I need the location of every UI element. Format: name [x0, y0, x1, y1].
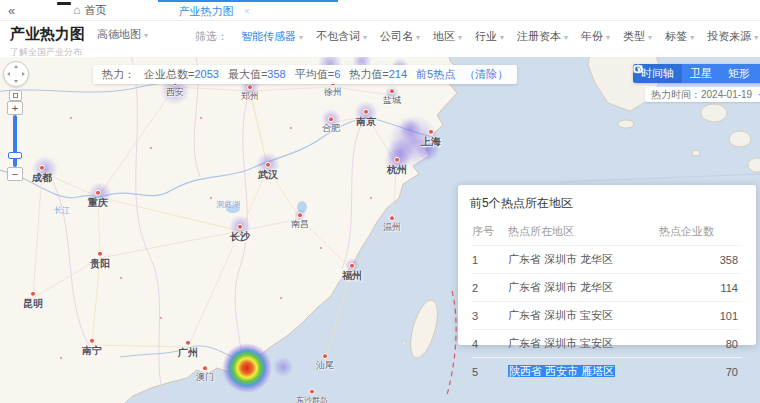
- toolbar: 产业热力图 高德地图 了解全国产业分布 筛选： 智能传感器 不包含词 公司名 地…: [0, 21, 760, 57]
- compass-arrows-icon: [4, 62, 28, 86]
- filter-bar: 筛选： 智能传感器 不包含词 公司名 地区 行业 注册资本 年份 类型 标签 投…: [195, 29, 760, 44]
- table-row[interactable]: 2广东省 深圳市 龙华区114: [472, 274, 742, 302]
- app-window: « ⌂ 首页 产业热力图 × 产业热力图 高德地图 了解全国产业分布 筛选： 智…: [0, 0, 760, 403]
- heat-hotspot-shenzhen: [222, 343, 272, 393]
- table-row-selected[interactable]: 5 陕西省 西安市 雁塔区 70: [472, 358, 742, 386]
- table-row[interactable]: 1广东省 深圳市 龙华区358: [472, 246, 742, 274]
- filter-year[interactable]: 年份: [581, 29, 610, 44]
- tab-active-label: 产业热力图: [178, 4, 233, 19]
- satellite-button[interactable]: 卫星: [682, 64, 720, 83]
- filter-exclude-words[interactable]: 不包含词: [316, 29, 367, 44]
- title-block: 产业热力图 高德地图 了解全国产业分布: [10, 25, 195, 59]
- zoom-out-button[interactable]: −: [7, 167, 23, 181]
- collapse-sidebar-icon[interactable]: «: [8, 3, 15, 18]
- tab-industry-heatmap[interactable]: 产业热力图 ×: [158, 0, 338, 20]
- filter-company-name[interactable]: 公司名: [380, 29, 420, 44]
- stats-prefix: 热力：: [102, 67, 135, 82]
- filter-industry[interactable]: 行业: [475, 29, 504, 44]
- square-icon: [13, 93, 18, 98]
- panel-title: 前5个热点所在地区: [458, 185, 756, 216]
- zoom-slider-handle[interactable]: [8, 152, 22, 159]
- filter-keyword[interactable]: 智能传感器: [241, 29, 303, 44]
- top-bar-dash: [57, 2, 71, 5]
- table-row[interactable]: 3广东省 深圳市 宝安区101: [472, 302, 742, 330]
- rectangle-select-button[interactable]: 矩形: [720, 64, 758, 83]
- zoom-in-button[interactable]: +: [7, 101, 23, 115]
- filter-investment-source[interactable]: 投资来源: [707, 29, 758, 44]
- map-reset-button[interactable]: [9, 90, 22, 101]
- zoom-slider-track[interactable]: [13, 115, 17, 167]
- close-tab-icon[interactable]: ×: [243, 5, 249, 17]
- map-source-select[interactable]: 高德地图: [97, 27, 148, 42]
- page-title: 产业热力图: [10, 25, 85, 44]
- stat-heat: 热力值=214: [349, 67, 407, 82]
- tab-home[interactable]: ⌂ 首页: [63, 0, 116, 20]
- home-icon: ⌂: [73, 3, 80, 17]
- filter-type[interactable]: 类型: [623, 29, 652, 44]
- table-row[interactable]: 4广东省 深圳市 宝安区80: [472, 330, 742, 358]
- filter-registered-capital[interactable]: 注册资本: [517, 29, 568, 44]
- map-pan-compass[interactable]: [3, 61, 29, 87]
- stat-total: 企业总数=2053: [144, 67, 219, 82]
- tab-home-label: 首页: [84, 3, 106, 18]
- filter-region[interactable]: 地区: [433, 29, 462, 44]
- col-header-count: 热点企业数: [659, 216, 742, 246]
- map-canvas[interactable]: 西安 郑州 成都 重庆 武汉 长沙 南昌 贵阳 昆明 南宁 广州 福州 温州 合…: [0, 57, 760, 403]
- heat-stats-bar: 热力： 企业总数=2053 最大值=358 平均值=6 热力值=214 前5热点…: [93, 65, 517, 84]
- selected-region-text: 陕西省 西安市 雁塔区: [508, 365, 615, 377]
- stat-max: 最大值=358: [228, 67, 286, 82]
- filter-tag[interactable]: 标签: [665, 29, 694, 44]
- filter-prefix-label: 筛选：: [195, 29, 228, 44]
- map-mode-toolbar: 时间轴 卫星 矩形: [633, 64, 760, 83]
- clear-link[interactable]: （清除）: [464, 67, 508, 82]
- circle-icon: [633, 64, 643, 74]
- top5-hotspots-panel: 前5个热点所在地区 序号 热点所在地区 热点企业数 1广东省 深圳市 龙华区35…: [458, 185, 756, 345]
- hotspots-table: 序号 热点所在地区 热点企业数 1广东省 深圳市 龙华区358 2广东省 深圳市…: [472, 216, 742, 385]
- col-header-index: 序号: [472, 216, 508, 246]
- top5-hotspots-link[interactable]: 前5热点: [416, 67, 455, 82]
- tab-bar: « ⌂ 首页 产业热力图 ×: [0, 0, 760, 21]
- col-header-region: 热点所在地区: [508, 216, 659, 246]
- stat-avg: 平均值=6: [295, 67, 341, 82]
- heat-time-label: 热力时间：2024-01-19: [651, 88, 752, 102]
- heat-time-bar: 热力时间：2024-01-19 今天: [645, 87, 760, 102]
